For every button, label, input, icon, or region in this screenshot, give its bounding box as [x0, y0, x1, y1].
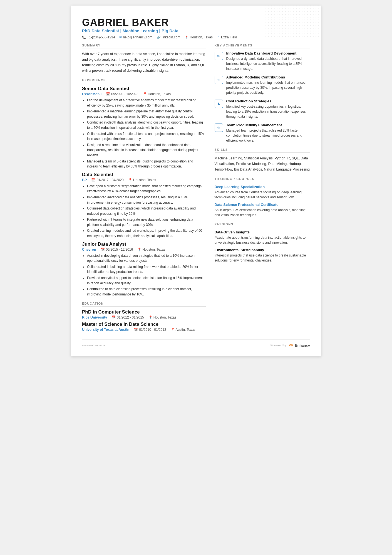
- achievement-title-3: Team Productivity Enhancement: [226, 123, 310, 127]
- job-item-0: Senior Data Scientist ExxonMobil 📅 05/20…: [82, 86, 206, 169]
- job-meta-1: BP 📅 01/2017 - 04/2020 📍 Houston, Texas: [82, 178, 206, 182]
- bullet-2-0: Assisted in developing data-driven strat…: [87, 253, 206, 263]
- email-value: help@enhancv.com: [123, 35, 152, 39]
- pin-icon-0: 📍: [143, 92, 147, 96]
- job-dates-0: 📅 05/2020 - 10/2023: [106, 92, 138, 96]
- edu-school-1: University of Texas at Austin: [82, 328, 129, 332]
- email-contact: ✉ help@enhancv.com: [119, 35, 152, 39]
- website-contact: 🔗 linkedin.com: [157, 35, 180, 39]
- job-title-1: Data Scientist: [82, 172, 206, 177]
- job-company-2: Chevron: [82, 248, 96, 251]
- phone-icon: 📞: [82, 36, 86, 39]
- passion-desc-0: Passionate about transforming data into …: [215, 235, 310, 245]
- achievement-icon-1: ☆: [215, 76, 223, 84]
- contact-bar: 📞 +1-(234)-555-1234 ✉ help@enhancv.com 🔗…: [82, 35, 310, 39]
- link-icon: 🔗: [157, 36, 161, 39]
- course-desc-0: Advanced course from Coursera focusing o…: [215, 190, 310, 200]
- star-icon: ☆: [217, 36, 220, 39]
- achievement-content-0: Innovative Data Dashboard Development De…: [226, 51, 310, 71]
- right-column: KEY ACHIEVEMENTS ✏ Innovative Data Dashb…: [215, 44, 310, 334]
- job-location-1: 📍 Houston, Texas: [128, 178, 156, 182]
- bullet-2-3: Contributed to data cleansing processes,…: [87, 287, 206, 297]
- location-value: Houston, Texas: [190, 35, 213, 39]
- edu-location-1: 📍 Austin, Texas: [171, 328, 195, 332]
- achievement-content-1: Advanced Modeling Contributions Implemen…: [226, 75, 310, 95]
- job-bullets-0: Led the development of a predictive anal…: [82, 98, 206, 169]
- achievement-icon-0: ✏: [215, 52, 223, 60]
- skills-text: Machine Learning, Statistical Analysis, …: [215, 156, 310, 172]
- edu-location-0: 📍 Houston, Texas: [148, 315, 177, 319]
- achievement-item-1: ☆ Advanced Modeling Contributions Implem…: [215, 75, 310, 95]
- job-dates-2: 📅 06/2015 - 12/2016: [101, 248, 133, 251]
- course-item-1: Data Science Professional Certificate An…: [215, 203, 310, 218]
- achievement-item-0: ✏ Innovative Data Dashboard Development …: [215, 51, 310, 71]
- extra-contact: ☆ Extra Field: [217, 35, 237, 39]
- achievement-desc-2: Identified key cost-saving opportunities…: [226, 104, 310, 119]
- cal-edu-icon-0: 📅: [111, 315, 116, 319]
- calendar-icon-0: 📅: [106, 92, 110, 96]
- achievements-section-title: KEY ACHIEVEMENTS: [215, 44, 310, 48]
- bullet-0-5: Managed a team of 5 data scientists, gui…: [87, 159, 206, 169]
- left-column: SUMMARY With over 7 years of experience …: [82, 44, 206, 334]
- location-icon: 📍: [185, 36, 188, 39]
- footer-website: www.enhancv.com: [82, 344, 107, 347]
- pin-edu-icon-0: 📍: [148, 315, 153, 319]
- website-value: linkedin.com: [162, 35, 180, 39]
- pin-icon-1: 📍: [128, 178, 132, 182]
- job-company-1: BP: [82, 178, 87, 182]
- main-content: SUMMARY With over 7 years of experience …: [82, 44, 310, 334]
- edu-degree-0: PhD in Computer Science: [82, 309, 206, 315]
- course-title-1: Data Science Professional Certificate: [215, 203, 310, 207]
- passions-section-title: PASSIONS: [215, 223, 310, 227]
- achievement-title-2: Cost Reduction Strategies: [226, 99, 310, 103]
- passion-item-1: Environmental Sustainability Interest in…: [215, 248, 310, 263]
- bullet-1-3: Partnered with IT teams to integrate new…: [87, 217, 206, 227]
- skills-section-title: SKILLS: [215, 148, 310, 153]
- bullet-0-4: Designed a real-time data visualization …: [87, 142, 206, 158]
- job-location-2: 📍 Houston, Texas: [137, 248, 165, 251]
- pin-edu-icon-1: 📍: [171, 328, 175, 332]
- job-meta-0: ExxonMobil 📅 05/2020 - 10/2023 📍 Houston…: [82, 92, 206, 96]
- experience-section-title: EXPERIENCE: [82, 78, 206, 83]
- achievement-content-3: Team Productivity Enhancement Managed te…: [226, 123, 310, 143]
- pin-icon-2: 📍: [137, 248, 142, 251]
- job-item-1: Data Scientist BP 📅 01/2017 - 04/2020 📍 …: [82, 172, 206, 239]
- achievement-desc-1: Implemented machine learning models that…: [226, 80, 310, 95]
- phone-contact: 📞 +1-(234)-555-1234: [82, 35, 115, 39]
- course-title-0: Deep Learning Specialization: [215, 185, 310, 189]
- job-bullets-2: Assisted in developing data-driven strat…: [82, 253, 206, 297]
- bullet-0-3: Collaborated with cross-functional teams…: [87, 131, 206, 142]
- job-company-0: ExxonMobil: [82, 92, 101, 96]
- summary-text: With over 7 years of experience in data …: [82, 51, 206, 73]
- footer-brand: Powered by Enhancv: [271, 342, 310, 348]
- resume-header: GABRIEL BAKER PhD Data Scientist | Machi…: [82, 17, 310, 39]
- job-meta-2: Chevron 📅 06/2015 - 12/2016 📍 Houston, T…: [82, 248, 206, 251]
- achievement-content-2: Cost Reduction Strategies Identified key…: [226, 99, 310, 119]
- passion-title-1: Environmental Sustainability: [215, 248, 310, 252]
- bullet-0-2: Conducted in-depth data analysis identif…: [87, 120, 206, 130]
- edu-degree-1: Master of Science in Data Science: [82, 322, 206, 327]
- job-title-2: Junior Data Analyst: [82, 241, 206, 247]
- bullet-1-4: Created training modules and led worksho…: [87, 228, 206, 238]
- achievement-item-3: ☆ Team Productivity Enhancement Managed …: [215, 123, 310, 143]
- passion-item-0: Data-Driven Insights Passionate about tr…: [215, 230, 310, 245]
- achievement-icon-3: ☆: [215, 124, 223, 132]
- resume-page: GABRIEL BAKER PhD Data Scientist | Machi…: [71, 6, 321, 356]
- email-icon: ✉: [119, 36, 122, 39]
- calendar-icon-1: 📅: [91, 178, 95, 182]
- job-dates-1: 📅 01/2017 - 04/2020: [91, 178, 123, 182]
- edu-dates-0: 📅 01/2012 - 01/2015: [111, 315, 144, 319]
- job-bullets-1: Developed a customer segmentation model …: [82, 184, 206, 239]
- bullet-2-1: Collaborated in building a data mining f…: [87, 264, 206, 275]
- education-section-title: EDUCATION: [82, 302, 206, 307]
- edu-meta-0: Rice University 📅 01/2012 - 01/2015 📍 Ho…: [82, 315, 206, 319]
- edu-item-0: PhD in Computer Science Rice University …: [82, 309, 206, 319]
- achievement-desc-3: Managed team projects that achieved 20% …: [226, 128, 310, 143]
- bullet-2-2: Provided analytical support to senior sc…: [87, 275, 206, 286]
- enhancv-icon: [288, 342, 294, 348]
- bullet-1-2: Optimized data collection strategies, wh…: [87, 206, 206, 216]
- passion-title-0: Data-Driven Insights: [215, 230, 310, 234]
- page-footer: www.enhancv.com Powered by Enhancv: [82, 339, 310, 348]
- candidate-title: PhD Data Scientist | Machine Learning | …: [82, 28, 310, 33]
- bullet-1-1: Implemented advanced data analytics proc…: [87, 195, 206, 205]
